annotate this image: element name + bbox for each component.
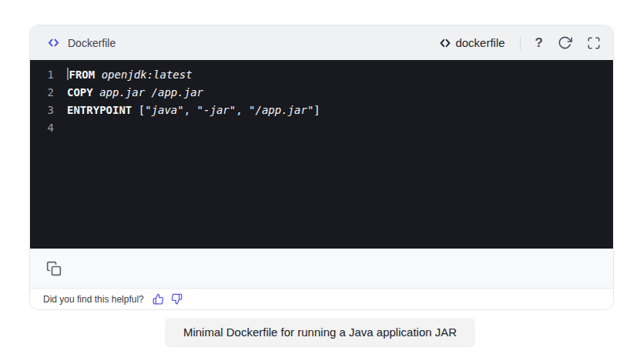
- language-label: dockerfile: [455, 36, 504, 49]
- code-lines: 1FROM openjdk:latest2COPY app.jar /app.j…: [30, 66, 613, 137]
- language-badge: dockerfile: [437, 35, 504, 51]
- file-title: Dockerfile: [68, 37, 116, 49]
- thumbs-down-icon: [171, 293, 183, 305]
- copy-button[interactable]: [46, 261, 62, 276]
- code-line-content: COPY app.jar /app.jar: [67, 84, 203, 102]
- question-mark-icon: ?: [535, 36, 543, 49]
- caption: Minimal Dockerfile for running a Java ap…: [165, 318, 475, 347]
- code-brackets-icon: [46, 35, 61, 50]
- code-line: 1FROM openjdk:latest: [30, 66, 613, 84]
- copy-icon: [46, 261, 62, 276]
- header-actions: dockerfile ?: [437, 35, 601, 51]
- code-line-content: ENTRYPOINT ["java", "-jar", "/app.jar"]: [67, 102, 320, 119]
- thumbs-up-button[interactable]: [152, 293, 164, 305]
- code-token-plain: [95, 68, 101, 81]
- code-token-emph: "/app.jar": [249, 104, 313, 116]
- caption-row: Minimal Dockerfile for running a Java ap…: [0, 318, 640, 347]
- code-line-content: FROM openjdk:latest: [67, 66, 193, 84]
- code-line: 2COPY app.jar /app.jar: [30, 84, 613, 102]
- feedback-prompt: Did you find this helpful?: [43, 294, 144, 305]
- code-line: 4: [30, 119, 613, 137]
- code-token-emph: openjdk:latest: [102, 68, 193, 81]
- code-token-plain: ]: [313, 104, 320, 116]
- line-number: 2: [30, 84, 54, 102]
- page: Dockerfile dockerfile ?: [0, 0, 640, 364]
- code-token-plain: [: [132, 104, 145, 116]
- code-toolbar: [30, 249, 613, 289]
- line-number: 4: [30, 119, 54, 137]
- feedback-bar: Did you find this helpful?: [30, 289, 613, 309]
- code-token-plain: ,: [236, 104, 249, 116]
- code-line: 3ENTRYPOINT ["java", "-jar", "/app.jar"]: [30, 102, 613, 119]
- thumbs-down-button[interactable]: [171, 293, 183, 305]
- widget-header: Dockerfile dockerfile ?: [30, 25, 613, 60]
- code-token-keyword: FROM: [69, 68, 95, 81]
- code-token-plain: [93, 86, 99, 99]
- refresh-button[interactable]: [558, 35, 572, 50]
- divider: [520, 36, 521, 50]
- line-number: 3: [30, 102, 54, 119]
- code-token-keyword: ENTRYPOINT: [67, 104, 132, 116]
- text-cursor: [67, 68, 69, 80]
- code-token-keyword: COPY: [67, 86, 93, 99]
- fullscreen-icon: [587, 36, 601, 50]
- help-button[interactable]: ?: [535, 36, 543, 49]
- line-number: 1: [30, 66, 54, 84]
- code-widget: Dockerfile dockerfile ?: [29, 25, 614, 310]
- code-token-emph: "-jar": [197, 104, 236, 116]
- fullscreen-button[interactable]: [587, 36, 601, 50]
- code-token-plain: ,: [184, 104, 197, 116]
- thumbs-up-icon: [152, 293, 164, 305]
- code-token-emph: "java": [145, 104, 184, 116]
- refresh-icon: [558, 35, 572, 50]
- code-brackets-icon: [437, 35, 453, 51]
- code-editor[interactable]: 1FROM openjdk:latest2COPY app.jar /app.j…: [30, 60, 613, 249]
- code-token-emph: app.jar /app.jar: [99, 86, 203, 99]
